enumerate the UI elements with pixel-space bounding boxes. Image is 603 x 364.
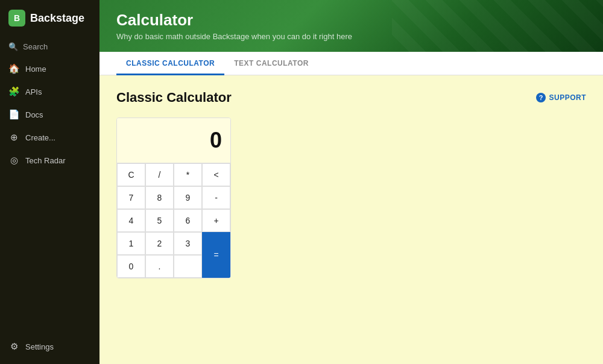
button-9[interactable]: 9 [174,186,202,209]
home-icon: 🏠 [8,63,19,74]
content-header: Classic Calculator ? SUPPORT [116,90,586,105]
sidebar-item-tech-radar[interactable]: ◎ Tech Radar [0,149,99,172]
sidebar: B Backstage 🔍 Search 🏠 Home 🧩 APIs 📄 Doc… [0,0,99,364]
button-multiply[interactable]: * [174,163,202,186]
page-title: Calculator [116,11,586,30]
tab-classic-calculator[interactable]: CLASSIC CALCULATOR [116,52,224,75]
button-7[interactable]: 7 [117,186,145,209]
sidebar-item-label: Tech Radar [25,156,65,165]
button-clear[interactable]: C [117,163,145,186]
button-4[interactable]: 4 [117,209,145,232]
button-equals[interactable]: = [202,232,230,278]
button-backspace[interactable]: < [202,163,230,186]
sidebar-logo[interactable]: B Backstage [0,0,99,36]
button-divide[interactable]: / [145,163,174,186]
display-value: 0 [210,128,222,153]
support-icon: ? [536,93,546,102]
header-banner: Calculator Why do basic math outside Bac… [99,0,603,52]
sidebar-item-label: Settings [25,342,54,351]
tab-text-calculator[interactable]: TEXT CALCULATOR [224,52,318,75]
sidebar-item-apis[interactable]: 🧩 APIs [0,80,99,103]
content-area: Classic Calculator ? SUPPORT 0 C / * < 7… [99,75,603,364]
button-empty [174,255,202,278]
calculator-buttons: C / * < 7 8 9 - 4 5 6 + 1 2 3 = [117,163,230,278]
sidebar-item-label: APIs [25,87,42,96]
sidebar-bottom: ⚙ Settings [0,335,99,364]
button-decimal[interactable]: . [145,255,174,278]
settings-icon: ⚙ [8,341,19,352]
button-8[interactable]: 8 [145,186,174,209]
calculator-display: 0 [117,118,230,163]
button-6[interactable]: 6 [174,209,202,232]
support-label: SUPPORT [549,93,586,102]
button-0[interactable]: 0 [117,255,145,278]
docs-icon: 📄 [8,109,19,120]
button-1[interactable]: 1 [117,232,145,255]
sidebar-item-label: Docs [25,110,43,119]
apis-icon: 🧩 [8,86,19,97]
tech-radar-icon: ◎ [8,155,19,166]
sidebar-nav: 🏠 Home 🧩 APIs 📄 Docs ⊕ Create... ◎ Tech … [0,57,99,335]
search-icon: 🔍 [8,42,18,51]
create-icon: ⊕ [8,132,19,143]
sidebar-item-label: Create... [25,133,55,142]
logo-icon: B [8,10,25,27]
calculator-widget: 0 C / * < 7 8 9 - 4 5 6 + 1 2 [116,118,231,278]
tabs-bar: CLASSIC CALCULATOR TEXT CALCULATOR [99,52,603,75]
button-5[interactable]: 5 [145,209,174,232]
sidebar-item-create[interactable]: ⊕ Create... [0,126,99,149]
search-label: Search [23,42,48,51]
calculator-section-title: Classic Calculator [116,90,232,105]
button-add[interactable]: + [202,209,230,232]
sidebar-item-docs[interactable]: 📄 Docs [0,103,99,126]
logo-text: Backstage [30,12,84,25]
sidebar-item-settings[interactable]: ⚙ Settings [0,335,99,358]
support-link[interactable]: ? SUPPORT [536,93,586,102]
button-3[interactable]: 3 [174,232,202,255]
page-subtitle: Why do basic math outside Backstage when… [116,32,586,41]
main-content: Calculator Why do basic math outside Bac… [99,0,603,364]
button-subtract[interactable]: - [202,186,230,209]
sidebar-item-label: Home [25,64,46,74]
sidebar-item-home[interactable]: 🏠 Home [0,57,99,80]
button-2[interactable]: 2 [145,232,174,255]
sidebar-search[interactable]: 🔍 Search [0,36,99,57]
